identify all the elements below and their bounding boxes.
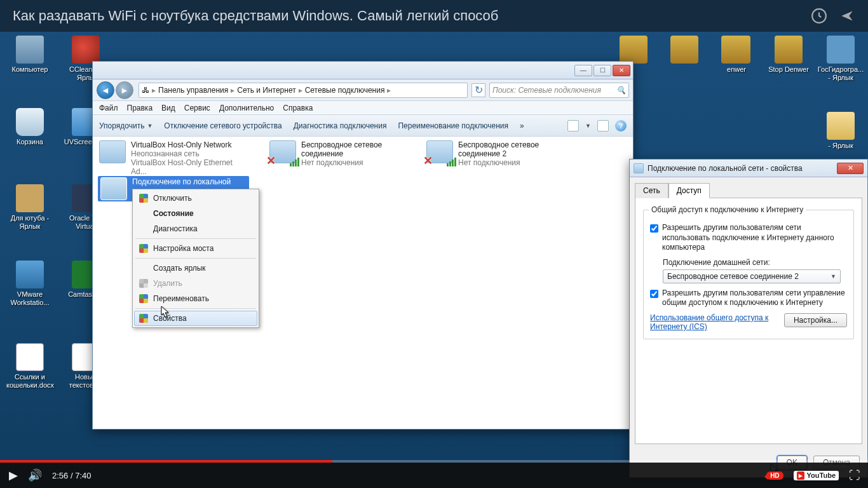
home-network-select[interactable]: Беспроводное сетевое соединение 2 ▼ <box>663 269 841 283</box>
watch-later-icon[interactable] <box>811 8 827 24</box>
cm-diag[interactable]: Диагностика <box>134 221 257 236</box>
connection-wifi1[interactable]: Беспроводное сетевое соединение Нет подк… <box>269 140 416 167</box>
desktop-icon-vmware[interactable]: VMware Workstatio... <box>6 261 53 306</box>
cm-separator <box>135 238 256 239</box>
cm-separator <box>135 308 256 309</box>
cm-disconnect[interactable]: Отключить <box>134 191 257 206</box>
settings-button[interactable]: Настройка... <box>784 313 847 327</box>
video-title: Как раздавать WiFi с ноутбука средствами… <box>13 8 811 24</box>
breadcrumb-item[interactable]: Сетевые подключения <box>305 86 385 95</box>
menu-bar: Файл Правка Вид Сервис Дополнительно Спр… <box>93 101 633 115</box>
conn-sub: Неопознанная сеть <box>131 149 245 158</box>
shield-icon <box>139 279 148 288</box>
groupbox-ics: Общий доступ к подключению к Интернету Р… <box>643 210 854 339</box>
tb-disable[interactable]: Отключение сетевого устройства <box>164 121 281 130</box>
search-icon: 🔍 <box>616 86 626 95</box>
cursor-icon <box>161 306 170 318</box>
connection-wifi2[interactable]: Беспроводное сетевое соединение 2 Нет по… <box>426 140 573 167</box>
conn-title: VirtualBox Host-Only Network <box>131 140 245 149</box>
conn-sub: VirtualBox Host-Only Ethernet Ad... <box>131 158 245 176</box>
menu-service[interactable]: Сервис <box>184 104 210 112</box>
tabs: Сеть Доступ <box>635 182 862 198</box>
conn-title: Беспроводное сетевое соединение <box>301 140 416 158</box>
checkbox-label: Разрешить другим пользователям сети испо… <box>662 223 847 253</box>
cm-delete: Удалить <box>134 276 257 291</box>
time-display: 2:56 / 7:40 <box>52 471 91 480</box>
breadcrumb[interactable]: 🖧 ▸ Панель управления▸ Сеть и Интернет▸ … <box>139 83 468 98</box>
play-button[interactable]: ▶ <box>9 468 18 482</box>
desktop-icon-recycle[interactable]: Корзина <box>6 108 53 146</box>
desktop-icon-gosgidro[interactable]: ГосГидрогра... - Ярлык <box>817 36 864 81</box>
breadcrumb-item[interactable]: Панель управления <box>158 86 228 95</box>
breadcrumb-icon: 🖧 <box>142 86 149 95</box>
menu-edit[interactable]: Правка <box>127 104 153 112</box>
tab-access[interactable]: Доступ <box>668 183 710 198</box>
forward-button[interactable]: ► <box>116 81 133 99</box>
shield-icon <box>139 294 148 303</box>
tb-more[interactable]: » <box>520 121 524 130</box>
tb-diag[interactable]: Диагностика подключения <box>294 121 387 130</box>
menu-extra[interactable]: Дополнительно <box>219 104 274 112</box>
desktop-icon-stopdenwer[interactable]: Stop Denwer <box>765 36 812 74</box>
cm-bridge[interactable]: Настройка моста <box>134 241 257 256</box>
hd-badge[interactable]: HD <box>766 471 783 480</box>
cm-properties[interactable]: Свойства <box>134 311 257 326</box>
desktop-icon-links-doc[interactable]: Ссылки и кошельки.docx <box>6 343 53 389</box>
video-title-bar: Как раздавать WiFi с ноутбука средствами… <box>0 0 868 32</box>
desktop-icon-denwer[interactable]: enwer <box>713 36 760 74</box>
connection-vbox[interactable]: VirtualBox Host-Only Network Неопознанна… <box>99 140 245 176</box>
wifi-adapter-icon <box>426 140 453 163</box>
breadcrumb-item[interactable]: Сеть и Интернет <box>237 86 295 95</box>
tab-network[interactable]: Сеть <box>635 183 668 198</box>
shield-icon <box>139 194 148 203</box>
network-adapter-icon <box>99 140 126 163</box>
refresh-button[interactable]: ↻ <box>471 83 485 97</box>
ics-help-link[interactable]: Использование общего доступа к Интернету… <box>650 313 776 331</box>
toolbar: Упорядочить▼ Отключение сетевого устройс… <box>93 115 633 137</box>
help-icon[interactable]: ? <box>615 120 627 132</box>
cm-shortcut[interactable]: Создать ярлык <box>134 261 257 276</box>
youtube-badge[interactable]: ▸YouTube <box>794 471 839 480</box>
menu-file[interactable]: Файл <box>99 104 118 112</box>
desktop-icon-folder-cut[interactable]: - Ярлык <box>817 112 864 150</box>
menu-help[interactable]: Справка <box>283 104 313 112</box>
search-placeholder: Поиск: Сетевые подключения <box>492 86 601 95</box>
context-menu: Отключить Состояние Диагностика Настройк… <box>132 189 259 328</box>
close-button[interactable]: ✕ <box>837 163 864 174</box>
conn-sub: Нет подключения <box>458 158 573 167</box>
desktop-icon-app2[interactable] <box>661 36 708 65</box>
desktop-icon-computer[interactable]: Компьютер <box>6 36 53 74</box>
cm-status[interactable]: Состояние <box>134 206 257 221</box>
nav-row: ◄ ► 🖧 ▸ Панель управления▸ Сеть и Интерн… <box>93 79 633 101</box>
search-input[interactable]: Поиск: Сетевые подключения 🔍 <box>489 83 629 98</box>
share-icon[interactable] <box>839 8 855 24</box>
checkbox-allow-control[interactable] <box>650 290 658 298</box>
player-bar: ▶ 🔊 2:56 / 7:40 HD ▸YouTube ⛶ <box>0 463 868 488</box>
properties-dialog: Подключение по локальной сети - свойства… <box>629 159 868 478</box>
view-mode-icon[interactable] <box>567 120 579 132</box>
menu-view[interactable]: Вид <box>161 104 175 112</box>
tb-rename[interactable]: Переименование подключения <box>398 121 508 130</box>
tb-organize[interactable]: Упорядочить▼ <box>99 121 153 130</box>
cm-rename[interactable]: Переименовать <box>134 291 257 306</box>
content-area: VirtualBox Host-Only Network Неопознанна… <box>93 137 633 429</box>
network-adapter-icon <box>100 177 127 200</box>
desktop-icon-youtube-folder[interactable]: Для ютуба - Ярлык <box>6 184 53 230</box>
volume-icon[interactable]: 🔊 <box>28 468 42 482</box>
tab-panel-access: Общий доступ к подключению к Интернету Р… <box>635 198 862 444</box>
close-button[interactable]: ✕ <box>613 65 630 76</box>
explorer-window: — ☐ ✕ ◄ ► 🖧 ▸ Панель управления▸ Сеть и … <box>92 61 634 430</box>
checkbox-allow-share[interactable] <box>650 224 658 233</box>
dialog-title: Подключение по локальной сети - свойства <box>648 164 803 173</box>
window-chrome: — ☐ ✕ <box>93 62 633 79</box>
back-button[interactable]: ◄ <box>97 81 114 99</box>
maximize-button[interactable]: ☐ <box>593 65 611 76</box>
wifi-adapter-icon <box>269 140 296 163</box>
preview-pane-icon[interactable] <box>597 120 609 132</box>
conn-sub: Нет подключения <box>301 158 416 167</box>
network-adapter-icon <box>634 163 644 173</box>
fullscreen-button[interactable]: ⛶ <box>849 469 859 482</box>
checkbox-label: Разрешить другим пользователям сети упра… <box>662 288 847 308</box>
group-title: Общий доступ к подключению к Интернету <box>649 205 806 214</box>
minimize-button[interactable]: — <box>574 65 592 76</box>
